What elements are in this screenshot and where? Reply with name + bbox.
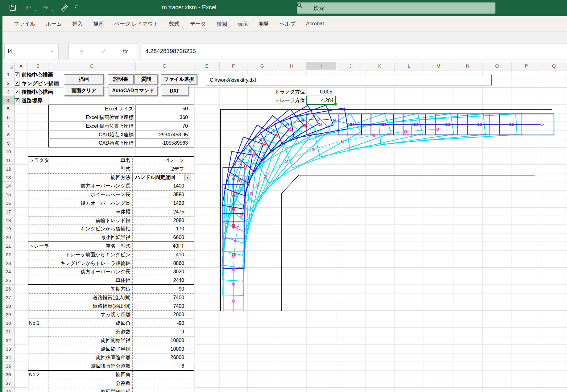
row-header-14[interactable]: 14 bbox=[2, 182, 14, 190]
checkbox-3[interactable]: ✓ bbox=[15, 98, 19, 103]
row-header-2[interactable]: 2 bbox=[2, 79, 14, 88]
column-header-Q[interactable]: Q bbox=[541, 62, 567, 70]
row-header-5[interactable]: 5 bbox=[2, 105, 14, 113]
row-header-31[interactable]: 31 bbox=[2, 328, 14, 336]
selected-cell-I4[interactable]: 4.284 bbox=[306, 96, 336, 105]
settings-value[interactable]: 360 bbox=[136, 113, 190, 122]
question-button[interactable]: 質問 bbox=[135, 74, 158, 85]
param-value[interactable]: 7400 bbox=[133, 293, 186, 302]
row-header-10[interactable]: 10 bbox=[2, 147, 14, 156]
row-header-22[interactable]: 22 bbox=[2, 250, 14, 259]
tractor-bearing-value[interactable]: 0.005 bbox=[307, 88, 332, 96]
row-header-36[interactable]: 36 bbox=[2, 370, 14, 379]
settings-value[interactable]: -29347453.95 bbox=[136, 130, 190, 139]
param-value[interactable]: 4レーン bbox=[133, 156, 186, 165]
fill-handle[interactable] bbox=[334, 103, 337, 106]
column-header-H[interactable]: H bbox=[277, 62, 307, 70]
clear-screen-button[interactable]: 画面クリア bbox=[64, 86, 104, 96]
row-header-3[interactable]: 3 bbox=[2, 88, 14, 96]
checkbox-1[interactable]: ✓ bbox=[15, 81, 19, 86]
row-header-32[interactable]: 32 bbox=[2, 336, 14, 345]
draw-button[interactable]: 描画 bbox=[64, 74, 104, 85]
param-value[interactable]: 2475 bbox=[133, 208, 186, 216]
checkbox-2[interactable]: ✓ bbox=[15, 90, 19, 94]
row-header-19[interactable]: 19 bbox=[2, 225, 14, 233]
autocad-command-button[interactable]: AutoCADコマンド bbox=[109, 86, 158, 96]
column-header-B[interactable]: B bbox=[28, 62, 48, 70]
row-header-18[interactable]: 18 bbox=[2, 216, 14, 225]
row-header-25[interactable]: 25 bbox=[2, 276, 14, 285]
param-value[interactable]: 40FT bbox=[133, 242, 186, 250]
column-header-G[interactable]: G bbox=[247, 62, 277, 70]
checkbox-0[interactable]: ✓ bbox=[15, 72, 19, 77]
param-value[interactable]: -90 bbox=[133, 319, 186, 328]
select-all-corner[interactable] bbox=[2, 62, 14, 70]
row-header-15[interactable]: 15 bbox=[2, 190, 14, 199]
column-header-L[interactable]: L bbox=[395, 62, 424, 70]
row-header-13[interactable]: 13 bbox=[2, 173, 14, 182]
row-header-9[interactable]: 9 bbox=[2, 139, 14, 147]
column-header-O[interactable]: O bbox=[482, 62, 512, 70]
column-header-E[interactable]: E bbox=[194, 62, 220, 70]
param-value[interactable]: 9 bbox=[133, 328, 186, 336]
row-header-38[interactable]: 38 bbox=[2, 388, 14, 392]
file-path-field[interactable]: C:¥work¥kisekitry.dxf bbox=[206, 75, 492, 85]
row-header-33[interactable]: 33 bbox=[2, 345, 14, 353]
column-header-D[interactable]: D bbox=[136, 62, 194, 70]
row-header-23[interactable]: 23 bbox=[2, 259, 14, 268]
dxf-button[interactable]: DXF bbox=[161, 86, 188, 96]
param-value[interactable]: 26000 bbox=[133, 353, 186, 362]
column-header-N[interactable]: N bbox=[453, 62, 482, 70]
row-header-27[interactable]: 27 bbox=[2, 293, 14, 302]
row-header-30[interactable]: 30 bbox=[2, 319, 14, 328]
row-header-34[interactable]: 34 bbox=[2, 353, 14, 362]
param-value[interactable] bbox=[133, 370, 186, 379]
param-value[interactable]: 6 bbox=[133, 362, 186, 370]
row-header-28[interactable]: 28 bbox=[2, 302, 14, 311]
column-header-I[interactable]: I bbox=[307, 62, 336, 70]
row-header-24[interactable]: 24 bbox=[2, 267, 14, 276]
turn-method-dropdown[interactable]: ハンドル固定旋回▼ bbox=[132, 174, 191, 182]
row-header-29[interactable]: 29 bbox=[2, 310, 14, 319]
param-value[interactable]: 8860 bbox=[133, 259, 186, 268]
row-header-16[interactable]: 16 bbox=[2, 199, 14, 208]
row-header-1[interactable]: 1 bbox=[2, 70, 14, 79]
param-value[interactable]: 2440 bbox=[133, 276, 186, 285]
settings-value[interactable]: 70 bbox=[136, 122, 190, 130]
row-header-6[interactable]: 6 bbox=[2, 113, 14, 122]
settings-value[interactable]: -105589563 bbox=[136, 139, 190, 147]
column-header-C[interactable]: C bbox=[48, 62, 136, 70]
row-header-21[interactable]: 21 bbox=[2, 242, 14, 250]
param-value[interactable] bbox=[133, 379, 186, 388]
param-value[interactable]: 90 bbox=[133, 285, 186, 293]
param-value[interactable]: 170 bbox=[133, 225, 186, 233]
param-value[interactable]: 3020 bbox=[133, 267, 186, 276]
settings-value[interactable]: 50 bbox=[136, 105, 190, 113]
param-value[interactable]: 2000 bbox=[133, 310, 186, 319]
row-header-17[interactable]: 17 bbox=[2, 208, 14, 216]
row-header-12[interactable]: 12 bbox=[2, 165, 14, 173]
row-header-26[interactable]: 26 bbox=[2, 285, 14, 293]
column-header-M[interactable]: M bbox=[424, 62, 453, 70]
column-header-A[interactable]: A bbox=[14, 62, 28, 70]
param-value[interactable]: 7400 bbox=[133, 302, 186, 311]
param-value[interactable]: 10000 bbox=[133, 345, 186, 353]
param-value[interactable]: 1400 bbox=[133, 182, 186, 190]
dropdown-arrow-icon[interactable]: ▼ bbox=[184, 174, 191, 181]
param-value[interactable]: 6600 bbox=[133, 233, 186, 242]
column-header-F[interactable]: F bbox=[220, 62, 247, 70]
param-value[interactable]: 410 bbox=[133, 250, 186, 259]
row-header-20[interactable]: 20 bbox=[2, 233, 14, 242]
param-value[interactable]: 2080 bbox=[133, 216, 186, 225]
row-header-35[interactable]: 35 bbox=[2, 362, 14, 370]
row-header-37[interactable]: 37 bbox=[2, 379, 14, 388]
column-header-J[interactable]: J bbox=[336, 62, 365, 70]
param-value[interactable]: 10000 bbox=[133, 336, 186, 345]
file-select-button[interactable]: ファイル選択 bbox=[161, 74, 197, 85]
row-header-7[interactable]: 7 bbox=[2, 122, 14, 130]
column-header-K[interactable]: K bbox=[365, 62, 395, 70]
param-value[interactable]: 2デフ bbox=[133, 165, 186, 173]
param-value[interactable]: 3580 bbox=[133, 190, 186, 199]
manual-button[interactable]: 説明書 bbox=[108, 74, 134, 85]
column-header-P[interactable]: P bbox=[512, 62, 541, 70]
